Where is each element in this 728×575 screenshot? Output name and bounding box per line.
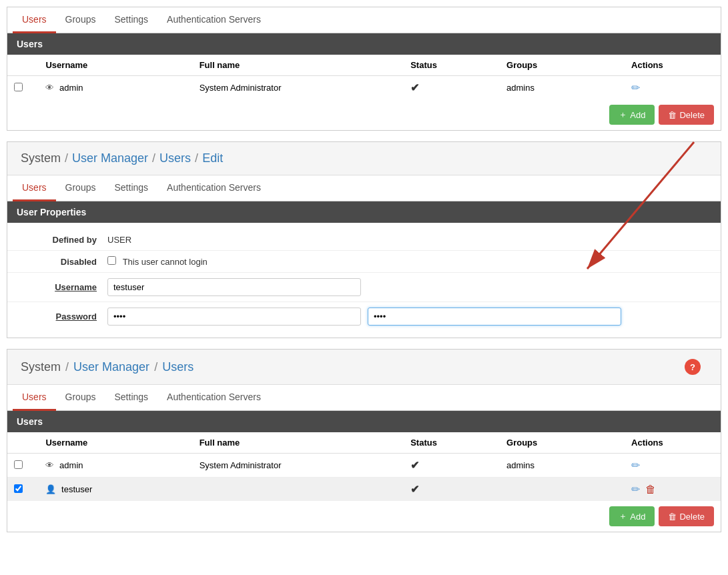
disabled-value: This user cannot login [107,256,707,267]
eye-icon-bottom: 👁 [45,460,54,470]
row-actions-top: ✏ [625,76,721,100]
password-input[interactable] [107,308,361,326]
users-table-bottom: Username Full name Status Groups Actions… [7,432,721,501]
tab-auth-servers-edit[interactable]: Authentication Servers [157,175,270,201]
panel-edit-user: System / User Manager / Users / Edit Use… [7,141,721,338]
action-bar-top: ＋ Add 🗑 Delete [7,99,721,130]
testuser-groups-bottom [500,478,625,502]
tab-users-edit[interactable]: Users [13,175,56,201]
tab-settings-bottom[interactable]: Settings [105,385,157,411]
edit-inner: Users Groups Settings Authentication Ser… [7,175,721,338]
testuser-delete-icon-bottom[interactable]: 🗑 [645,484,656,495]
action-bar-bottom: ＋ Add 🗑 Delete [7,501,721,532]
col-fullname-bottom: Full name [193,432,404,454]
row-groups-top: admins [500,76,625,100]
admin-edit-icon-bottom[interactable]: ✏ [631,460,640,471]
admin-actions-bottom: ✏ [625,454,721,478]
help-icon-bottom[interactable]: ? [685,359,701,375]
table-row: 👁 admin System Administrator ✔ admins ✏ [7,454,721,478]
tab-groups-top[interactable]: Groups [56,7,105,33]
delete-button-bottom[interactable]: 🗑 Delete [659,506,714,526]
disabled-checkbox[interactable] [107,256,116,265]
tab-groups-bottom[interactable]: Groups [56,385,105,411]
add-plus-icon-top: ＋ [619,109,627,121]
defined-by-row: Defined by USER [7,229,721,251]
disabled-checkbox-label: This user cannot login [123,257,208,267]
user-properties-form: Defined by USER Disabled This user canno… [7,223,721,338]
admin-name-bottom: admin [59,460,83,470]
delete-label-top: Delete [679,110,705,120]
breadcrumb-sep1-bottom: / [65,360,69,374]
delete-trash-icon-top: 🗑 [668,110,677,120]
col-username-bottom: Username [39,432,192,454]
breadcrumb-user-manager[interactable]: User Manager [72,151,148,165]
row-username-top: 👁 admin [39,76,192,100]
add-button-top[interactable]: ＋ Add [609,105,655,125]
username-value-top: admin [59,83,83,93]
password-row: Password [7,302,721,331]
col-actions-bottom: Actions [625,432,721,454]
tab-settings-top[interactable]: Settings [105,7,157,33]
row-status-top: ✔ [404,76,500,100]
col-fullname-top: Full name [193,55,404,76]
testuser-edit-icon-bottom[interactable]: ✏ [631,484,640,495]
breadcrumb-left: System / User Manager / Users [21,360,194,374]
testuser-status-bottom: ✔ [404,478,500,502]
user-icon-bottom: 👤 [45,484,56,494]
col-status-top: Status [404,55,500,76]
breadcrumb-users[interactable]: Users [159,151,191,165]
username-label: Username [21,282,107,292]
status-check-top: ✔ [410,82,419,93]
breadcrumb-sep3: / [195,151,198,165]
add-button-bottom[interactable]: ＋ Add [609,506,655,526]
breadcrumb-usermgr-bottom[interactable]: User Manager [73,360,149,374]
testuser-status-check-bottom: ✔ [410,484,419,495]
tab-settings-edit[interactable]: Settings [105,175,157,201]
col-actions-top: Actions [625,55,721,76]
admin-groups-bottom: admins [500,454,625,478]
testuser-checkbox-bottom[interactable] [14,484,23,493]
col-groups-top: Groups [500,55,625,76]
tab-auth-servers-bottom[interactable]: Authentication Servers [157,385,270,411]
delete-label-bottom: Delete [679,512,705,522]
tab-users-bottom[interactable]: Users [13,385,56,411]
row-checkbox-cell-top [7,76,39,100]
breadcrumb-users-bottom: System / User Manager / Users ? [7,350,721,385]
breadcrumb-edit-label: Edit [202,151,223,165]
breadcrumb-sep2: / [152,151,155,165]
add-label-top: Add [630,110,645,120]
users-inner-bottom: Users Groups Settings Authentication Ser… [7,385,721,532]
users-section-header-top: Users [7,33,721,55]
testuser-username-bottom: 👤 testuser [39,478,192,502]
users-section-header-bottom: Users [7,411,721,432]
breadcrumb-system-bottom: System [21,360,61,374]
col-check-top [7,55,39,76]
add-label-bottom: Add [630,512,645,522]
password-confirm-input[interactable] [368,308,621,326]
password-inputs [107,308,707,326]
tab-users-top[interactable]: Users [13,7,56,33]
admin-status-check-bottom: ✔ [410,460,419,471]
edit-icon-top[interactable]: ✏ [631,82,640,93]
testuser-fullname-bottom [193,478,404,502]
admin-status-bottom: ✔ [404,454,500,478]
eye-icon-top: 👁 [45,83,54,93]
admin-username-bottom: 👁 admin [39,454,192,478]
tab-bar-edit: Users Groups Settings Authentication Ser… [7,175,721,201]
tab-groups-edit[interactable]: Groups [56,175,105,201]
username-input[interactable] [107,278,361,296]
breadcrumb-users-bottom[interactable]: Users [162,360,194,374]
col-groups-bottom: Groups [500,432,625,454]
username-row: Username [7,273,721,302]
col-username-top: Username [39,55,192,76]
row-checkbox-top[interactable] [14,83,23,91]
tab-auth-servers-top[interactable]: Authentication Servers [157,7,270,33]
defined-by-label: Defined by [21,235,107,245]
col-check-bottom [7,432,39,454]
testuser-check-cell [7,478,39,502]
testuser-name-bottom: testuser [61,484,92,494]
delete-button-top[interactable]: 🗑 Delete [659,105,714,125]
panel-users-bottom: System / User Manager / Users ? Users Gr… [7,349,721,532]
admin-checkbox-bottom[interactable] [14,460,23,469]
user-properties-header: User Properties [7,201,721,223]
